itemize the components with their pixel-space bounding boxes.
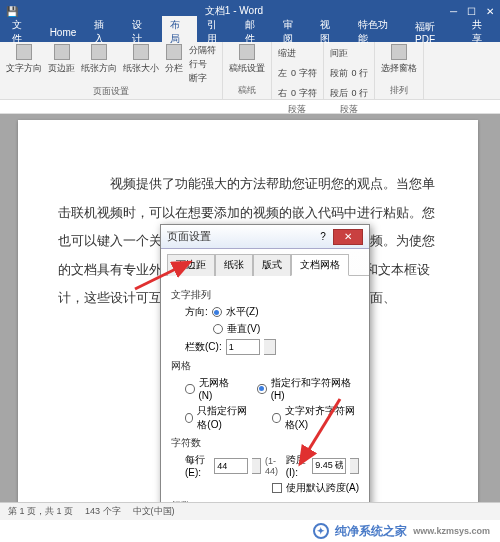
group-paragraph: 缩进 左 0 字符 右 0 字符 段落 (272, 42, 324, 99)
watermark-url: www.kzmsys.com (413, 526, 490, 536)
page-setup-dialog: 页面设置 ? ✕ 页边距 纸张 版式 文档网格 文字排列 方向: 水平(Z) 垂… (160, 224, 370, 514)
per-line-input[interactable] (214, 458, 248, 474)
dtab-paper[interactable]: 纸张 (215, 254, 253, 276)
text-arrangement-label: 文字排列 (171, 288, 359, 302)
size-icon (133, 44, 149, 60)
spacing-before-input[interactable]: 0 行 (352, 67, 369, 80)
ruler[interactable] (0, 100, 500, 114)
save-icon[interactable]: 💾 (6, 6, 18, 17)
spinner-icon[interactable] (350, 458, 359, 474)
columns-icon (166, 44, 182, 60)
selection-pane-icon (391, 44, 407, 60)
tab-home[interactable]: Home (42, 25, 85, 40)
maximize-icon[interactable]: ☐ (467, 6, 476, 17)
dtab-grid[interactable]: 文档网格 (291, 254, 349, 276)
dtab-margins[interactable]: 页边距 (167, 254, 215, 276)
close-icon[interactable]: ✕ (486, 6, 494, 17)
use-default-pitch-checkbox[interactable] (272, 483, 282, 493)
group-label: 页面设置 (6, 85, 216, 98)
help-icon[interactable]: ? (313, 231, 333, 242)
window-controls: ─ ☐ ✕ (450, 6, 494, 17)
specify-line-char-radio[interactable] (257, 384, 267, 394)
dialog-tabs: 页边距 纸张 版式 文档网格 (161, 249, 369, 276)
line-only-radio[interactable] (185, 413, 193, 423)
char-count-label: 字符数 (171, 436, 359, 450)
word-count[interactable]: 143 个字 (85, 505, 121, 518)
margins-button[interactable]: 页边距 (48, 44, 75, 75)
watermark: ✦ 纯净系统之家 www.kzmsys.com (0, 520, 500, 542)
manuscript-button[interactable]: 稿纸设置 (229, 44, 265, 75)
minimize-icon[interactable]: ─ (450, 6, 457, 17)
dialog-titlebar[interactable]: 页面设置 ? ✕ (161, 225, 369, 249)
page-status[interactable]: 第 1 页，共 1 页 (8, 505, 73, 518)
watermark-text: 纯净系统之家 (335, 523, 407, 540)
char-align-radio[interactable] (272, 413, 280, 423)
manuscript-icon (239, 44, 255, 60)
dialog-close-icon[interactable]: ✕ (333, 229, 363, 245)
document-area: 视频提供了功能强大的方法帮助您证明您的观点。当您单击联机视频时，可以在想要添加的… (0, 114, 500, 514)
size-button[interactable]: 纸张大小 (123, 44, 159, 75)
direction-horizontal-radio[interactable] (212, 307, 222, 317)
spinner-icon[interactable] (252, 458, 261, 474)
indent-right-input[interactable]: 0 字符 (291, 87, 317, 100)
hyphenation-button[interactable]: 断字 (189, 72, 216, 85)
dtab-layout[interactable]: 版式 (253, 254, 291, 276)
grid-label: 网格 (171, 359, 359, 373)
orientation-icon (91, 44, 107, 60)
text-direction-button[interactable]: 文字方向 (6, 44, 42, 75)
group-arrange: 选择窗格 排列 (375, 42, 424, 99)
pitch1-input[interactable] (312, 458, 346, 474)
breaks-button[interactable]: 分隔符 (189, 44, 216, 57)
language-status[interactable]: 中文(中国) (133, 505, 175, 518)
group-spacing: 间距 段前 0 行 段后 0 行 段落 (324, 42, 376, 99)
no-grid-radio[interactable] (185, 384, 195, 394)
spinner-icon[interactable] (264, 339, 276, 355)
line-numbers-button[interactable]: 行号 (189, 58, 216, 71)
share-button[interactable]: 共享 (464, 16, 500, 48)
dialog-body: 文字排列 方向: 水平(Z) 垂直(V) 栏数(C): 网格 无网格(N) (161, 276, 369, 514)
margins-icon (54, 44, 70, 60)
text-direction-icon (16, 44, 32, 60)
spacing-after-input[interactable]: 0 行 (352, 87, 369, 100)
indent-left-input[interactable]: 0 字符 (291, 67, 317, 80)
group-manuscript: 稿纸设置 稿纸 (223, 42, 272, 99)
logo-icon: ✦ (313, 523, 329, 539)
direction-vertical-radio[interactable] (213, 324, 223, 334)
group-page-setup: 文字方向 页边距 纸张方向 纸张大小 分栏 分隔符 行号 断字 页面设置 (0, 42, 223, 99)
ribbon-tabs: 文件 Home 插入 设计 布局 引用 邮件 审阅 视图 特色功能 福昕PDF … (0, 22, 500, 42)
columns-button[interactable]: 分栏 (165, 44, 183, 75)
orientation-button[interactable]: 纸张方向 (81, 44, 117, 75)
status-bar: 第 1 页，共 1 页 143 个字 中文(中国) (0, 502, 500, 520)
dialog-title: 页面设置 (167, 229, 313, 244)
ribbon: 文字方向 页边距 纸张方向 纸张大小 分栏 分隔符 行号 断字 页面设置 稿纸设… (0, 42, 500, 100)
columns-input[interactable] (226, 339, 260, 355)
selection-pane-button[interactable]: 选择窗格 (381, 44, 417, 75)
